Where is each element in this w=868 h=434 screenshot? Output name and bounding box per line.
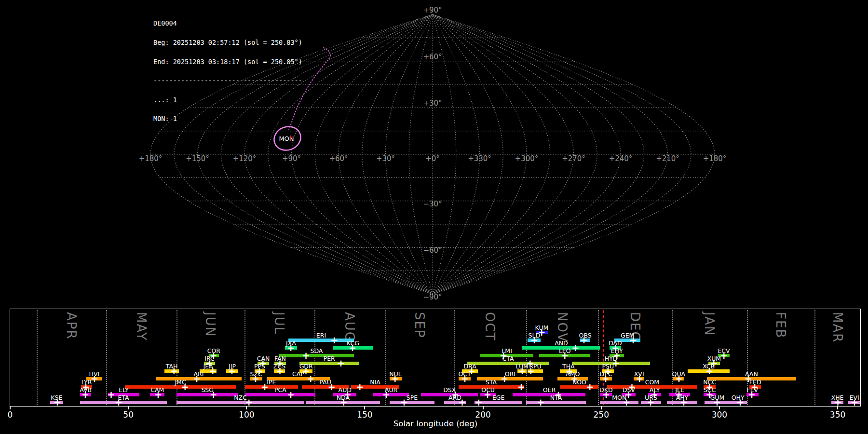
sky-map: +180°+150°+120°+90°+60°+30°+0°+330°+300°… [0,0,868,309]
shower-label-COM: COM [630,379,674,386]
shower-peak-marker-QUA: + [675,374,683,383]
x-tick-label-100: 100 [230,410,263,420]
month-label-OCT: OCT [483,312,497,341]
shower-label-HYD: HYD [589,355,633,362]
x-tick-label-350: 350 [821,410,854,420]
meteor-radiant-app: DE0004 Beg: 20251203 02:57:12 (sol = 250… [0,0,868,434]
shower-peak-marker-ETA: + [114,398,123,407]
sky-lon-label: +300° [515,154,539,163]
sky-lon-label: +120° [233,154,257,163]
shower-peak-marker-PER: + [337,359,345,368]
activity-timeline-chart: APRMAYJUNJULAUGSEPOCTNOVDECJANFEBMARKUM+… [10,309,861,407]
sky-lat-label: +30° [423,99,442,108]
shower-bar-ETA [80,401,167,404]
x-tick-350 [837,407,838,409]
sky-lon-label: +90° [282,154,301,163]
sky-lon-label: +180° [703,154,727,163]
shower-label-NOO: NOO [557,379,601,386]
month-label-APR: APR [64,312,79,340]
sky-lon-label: +30° [376,154,395,163]
shower-label-PAU: PAU [304,379,347,386]
shower-peak-marker-PCA: + [286,390,295,399]
sky-lat-label: +60° [423,53,442,61]
month-label-JAN: JAN [702,312,717,336]
month-boundary-APR [37,310,38,405]
x-tick-300 [719,407,720,409]
sky-lon-label: +270° [562,154,585,163]
x-tick-label-0: 0 [0,410,27,420]
shower-peak-marker-NTA: + [536,398,545,407]
sky-lon-label: +240° [609,154,633,163]
shower-peak-marker-OHY: + [736,398,745,407]
shower-label-IPE: IPE [250,379,293,386]
x-tick-200 [483,407,484,409]
shower-peak-marker-AHY: + [679,398,688,407]
shower-label-ARD: ARD [434,394,477,401]
sky-lat-label: −90° [423,293,442,301]
shower-label-AUR: AUR [369,386,413,393]
shower-bar-NTA [526,401,586,404]
shower-label-ORI: ORI [488,370,532,378]
shower-peak-marker-URS: + [646,398,655,407]
month-label-MAR: MAR [830,312,845,343]
x-axis-title: Solar longitude (deg) [363,419,508,428]
shower-label-STA: STA [470,379,513,386]
shower-peak-marker-XCB: + [705,366,714,376]
x-tick-150 [364,407,365,409]
x-tick-label-50: 50 [111,410,145,420]
x-tick-0 [10,407,11,409]
radiant-marker [290,136,291,140]
sky-lon-label: +150° [186,154,209,163]
month-label-JUN: JUN [203,312,217,337]
shower-peak-marker-NZC: + [244,398,253,407]
sky-lon-label: +330° [468,154,491,163]
shower-peak-marker-JXA: + [286,343,295,353]
shower-label-SSG: SSG [186,386,229,393]
shower-label-DSX: DSX [428,386,471,393]
shower-peak-marker-ARD: + [458,398,466,407]
shower-bar-MON [600,401,638,404]
shower-peak-marker-KSE: + [53,398,62,407]
shower-peak-marker-SSG: + [209,390,218,399]
shower-peak-marker-CAM: + [154,390,163,399]
sky-lon-label: +60° [329,154,348,163]
month-label-FEB: FEB [773,312,788,339]
shower-peak-marker-KCG: + [348,343,357,353]
shower-label-EGE: EGE [477,394,520,401]
shower-label-NZC: NZC [219,394,262,401]
x-tick-label-150: 150 [348,410,381,420]
shower-peak-marker-DPC: + [601,374,610,383]
radiant-label: MON [279,135,294,142]
sky-lat-label: −60° [423,246,442,255]
shower-peak-marker-LEO: + [560,351,569,360]
x-tick-250 [601,407,602,409]
sky-lat-label: +90° [423,6,442,14]
x-tick-label-250: 250 [584,410,618,420]
sky-lat-label: −30° [423,200,442,208]
shower-label-PCA: PCA [258,386,302,393]
x-tick-50 [128,407,129,409]
shower-peak-marker-NDA: + [339,398,348,407]
x-tick-label-300: 300 [703,410,736,420]
month-label-SEP: SEP [412,312,427,339]
shower-peak-marker-STA: + [517,382,526,392]
month-boundary-MAR [814,310,815,405]
shower-label-CTA: CTA [487,355,530,362]
shower-label-GEM: GEM [606,332,649,339]
shower-label-SPE: SPE [391,394,434,401]
month-label-JUL: JUL [272,312,286,335]
shower-peak-marker-EGE: + [475,398,483,407]
x-tick-100 [246,407,247,409]
shower-bar-NZC [176,401,304,404]
sky-lon-label: +0° [425,154,440,163]
shower-peak-marker-EVI: + [850,398,859,407]
sky-lon-label: +180° [139,154,163,163]
shower-label-ETA: ETA [102,394,145,401]
shower-peak-marker-SPE: + [400,398,408,407]
shower-peak-marker-OCT: + [461,374,469,383]
shower-bar-SPE [390,401,434,404]
shower-label-OER: OER [528,386,571,393]
x-tick-label-200: 200 [466,410,500,420]
shower-peak-marker-SLD: + [530,336,539,345]
sky-lon-label: +210° [656,154,679,163]
